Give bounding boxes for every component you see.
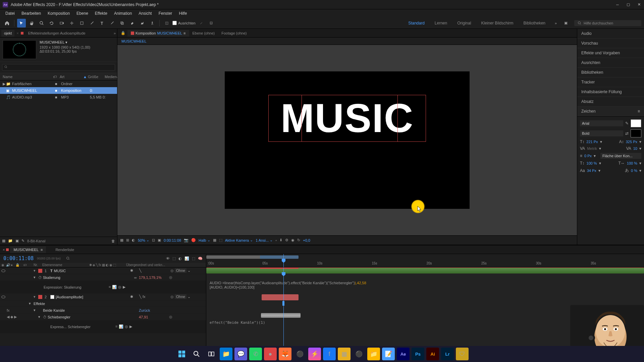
hscale-value[interactable]: 100 % — [627, 161, 637, 165]
app-icon[interactable]: ▦ — [338, 348, 351, 360]
after-effects-icon[interactable]: Ae — [397, 348, 410, 360]
folder-icon[interactable]: 📁 — [8, 239, 13, 243]
shy-icon[interactable]: 👁 — [166, 256, 170, 261]
maximize-button[interactable]: ▢ — [626, 2, 631, 7]
teams-icon[interactable]: 💬 — [234, 348, 247, 360]
visibility-toggle[interactable] — [1, 296, 5, 298]
character-panel-header[interactable]: Zeichen≡ — [577, 107, 644, 116]
help-search[interactable]: Hilfe durchsuchen — [574, 20, 641, 26]
menu-fenster[interactable]: Fenster — [156, 10, 175, 16]
property-row[interactable]: ▾ Effekte — [0, 300, 206, 307]
project-item[interactable]: ▣MUSICWHEEL■Komposition0: — [0, 87, 117, 94]
panel-inhaltsbasierte-füllung[interactable]: Inhaltsbasierte Füllung — [577, 87, 644, 97]
close-button[interactable]: ✕ — [637, 2, 641, 7]
pen-tool[interactable] — [88, 19, 96, 27]
zoom-dropdown[interactable]: 50% ⌄ — [138, 238, 149, 242]
eraser-tool[interactable] — [128, 19, 137, 27]
time-ruler[interactable]: :00s05s10s15s20s25s30s35s40s — [206, 254, 644, 267]
snapshot-icon[interactable]: 📷 — [184, 238, 189, 242]
stroke-color-swatch[interactable] — [631, 129, 641, 137]
project-tab[interactable]: ojekt — [1, 30, 14, 37]
menu-ansicht[interactable]: Ansicht — [136, 10, 154, 16]
comp-name-label[interactable]: MUSICWHEEL — [40, 40, 64, 44]
expr-graph-icon[interactable]: 📊 — [119, 324, 123, 329]
3d-icon[interactable]: ⬚ — [219, 238, 222, 242]
col-size[interactable]: Größe — [88, 75, 105, 79]
expr-enable-icon[interactable]: = — [109, 285, 111, 289]
timeline-search-icon[interactable] — [66, 256, 70, 260]
resolution-dropdown[interactable]: Halb ⌄ — [199, 238, 210, 242]
col-name[interactable]: Name — [3, 75, 53, 79]
comp-tab-active[interactable]: Komposition MUSICWHEEL ≡ — [127, 30, 189, 37]
expr-enable-icon[interactable]: = — [115, 324, 117, 329]
project-search[interactable] — [2, 64, 115, 71]
solo-switch-icon[interactable]: ● — [11, 263, 15, 267]
transparency-icon[interactable]: ▦ — [213, 238, 216, 242]
search-taskbar-icon[interactable] — [190, 348, 203, 360]
brain-icon[interactable]: 🧠 — [198, 256, 203, 261]
menu-effekte[interactable]: Effekte — [92, 10, 110, 16]
font-weight-dropdown[interactable]: Bold — [580, 130, 623, 136]
render-queue-tab[interactable]: Renderliste — [53, 246, 77, 253]
next-key-icon[interactable]: ▶ — [14, 315, 17, 319]
font-family-dropdown[interactable]: Arial — [580, 120, 623, 126]
workspace-more-icon[interactable]: » — [551, 19, 560, 27]
stopwatch-icon[interactable]: ⏱ — [43, 315, 48, 319]
property-name[interactable]: Effekte — [34, 302, 99, 306]
property-row[interactable]: ◀◆▶ ▾ ⏱ Schieberegler 47,91 ◎ — [0, 314, 206, 320]
comp-new-icon[interactable]: ▣ — [15, 239, 19, 243]
text-tool[interactable]: T — [98, 19, 106, 27]
exposure-reset-icon[interactable]: ↻ — [297, 238, 300, 242]
renderer-icon[interactable]: ⚙ — [285, 238, 288, 242]
bit-depth[interactable]: 8-Bit-Kanal — [27, 239, 45, 243]
firefox-icon[interactable]: 🦊 — [279, 348, 291, 360]
motion-blur-icon[interactable]: ◐ — [178, 256, 182, 261]
fast-icon[interactable]: ⬇ — [279, 238, 282, 242]
dof-icon[interactable]: ◉ — [291, 238, 294, 242]
messenger-icon[interactable]: ⚡ — [308, 348, 321, 360]
zoom-tool[interactable] — [37, 19, 46, 27]
workspace-lernen[interactable]: Lernen — [430, 19, 452, 27]
video-switch-icon[interactable]: ◉ — [1, 263, 6, 267]
layer-tab[interactable]: Ebene (ohne) — [189, 30, 218, 37]
hand-tool[interactable] — [27, 19, 36, 27]
leading-value[interactable]: 325 Px — [626, 140, 637, 144]
res-full-icon[interactable]: ⊡ — [152, 238, 155, 242]
illustrator-icon[interactable]: Ai — [426, 348, 439, 360]
panel-ausrichten[interactable]: Ausrichten — [577, 58, 644, 68]
expr-pickwhip-icon[interactable]: ◎ — [125, 324, 128, 329]
explorer-icon[interactable]: 📁 — [220, 348, 232, 360]
snap-opt2-icon[interactable]: ⊡ — [207, 19, 216, 27]
selection-tool[interactable] — [17, 19, 26, 27]
folder-icon[interactable]: 📁 — [367, 348, 380, 360]
minimize-button[interactable]: ─ — [615, 2, 620, 7]
panel-audio[interactable]: Audio — [577, 29, 644, 39]
views-dropdown[interactable]: 1 Ansi... ⌄ — [256, 238, 273, 242]
exposure-value[interactable]: +0,0 — [303, 238, 310, 242]
viewport[interactable]: MUSIC — [117, 45, 577, 235]
menu-datei[interactable]: Datei — [3, 10, 17, 16]
expression-editor[interactable]: AUDIO =linear(thisComp.layer("Audioampli… — [210, 281, 366, 290]
expr-graph-icon[interactable]: 📊 — [112, 285, 117, 289]
snap-icon[interactable]: ◫ — [162, 19, 171, 27]
font-size-value[interactable]: 221 Px — [586, 140, 598, 144]
menu-bearbeiten[interactable]: Bearbeiten — [19, 10, 44, 16]
taskview-icon[interactable] — [205, 348, 218, 360]
baseline-value[interactable]: 34 Px — [587, 169, 596, 173]
property-value[interactable]: Zurück — [139, 308, 169, 312]
audio-switch-icon[interactable]: 🔊 — [6, 263, 11, 267]
stopwatch-icon[interactable]: ⏱ — [38, 276, 43, 280]
anchor-tool[interactable] — [67, 19, 76, 27]
lock-icon[interactable]: 🔒 — [121, 31, 125, 35]
layer-name[interactable]: [Audioamplitude] — [56, 295, 83, 299]
snap-opt-icon[interactable]: ⟋ — [197, 19, 206, 27]
graph-icon[interactable]: 📊 — [184, 256, 189, 261]
frame-blend-icon[interactable]: ⬚ — [172, 256, 176, 261]
timecode-display[interactable]: 0:00:11:08 — [164, 238, 181, 242]
layer-row[interactable]: ▾ 2 [Audioamplitude] ✱╲fx ◎ Ohne ⌄ — [0, 294, 206, 300]
stroke-width-value[interactable]: 0 Px — [584, 154, 592, 158]
tracking-value[interactable]: 10 — [633, 146, 637, 150]
panel-absatz[interactable]: Absatz — [577, 97, 644, 107]
workspace-original[interactable]: Original — [452, 19, 476, 27]
timeline-tab[interactable]: MUSICWHEEL ≡ — [10, 246, 46, 253]
